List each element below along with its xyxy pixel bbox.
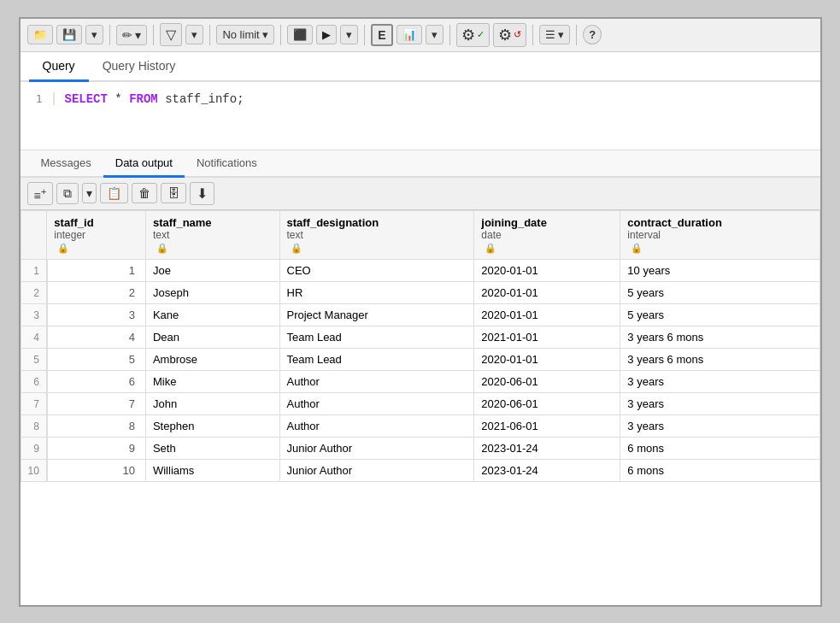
tab-messages[interactable]: Messages	[29, 150, 103, 178]
staff-name-cell: Williams	[145, 460, 279, 482]
separator-1	[109, 25, 110, 45]
joining-date-cell: 2020-01-01	[474, 304, 620, 326]
col-header-staff_name: staff_name text 🔒	[145, 211, 279, 260]
main-tabs-bar: Query Query History	[21, 52, 820, 82]
chart-dropdown-btn[interactable]: ▾	[426, 25, 443, 44]
table-body: 1 1 Joe CEO 2020-01-01 10 years 2 2 Jose…	[21, 260, 819, 482]
contract-duration-cell: 6 mons	[620, 438, 819, 460]
joining-date-cell: 2020-01-01	[474, 260, 620, 282]
separator-8	[576, 25, 577, 45]
folder-icon: 📁	[33, 28, 47, 41]
query-editor[interactable]: 1 SELECT * FROM staff_info;	[21, 82, 820, 150]
joining-date-cell: 2020-01-01	[474, 349, 620, 371]
separator-2	[153, 25, 154, 45]
lock-icon-1: 🔒	[57, 243, 69, 253]
joining-date-cell: 2020-06-01	[474, 393, 620, 415]
import-btn[interactable]: 🗄	[161, 183, 186, 203]
staff-name-cell: Joe	[145, 260, 279, 282]
save-btn[interactable]: 💾	[56, 25, 82, 44]
separator-3	[209, 25, 210, 45]
staff-designation-cell: Junior Author	[279, 438, 474, 460]
copy-dropdown-btn[interactable]: ▾	[82, 183, 97, 203]
delete-btn[interactable]: 🗑	[132, 183, 157, 203]
staff-name-cell: Dean	[145, 326, 279, 349]
table-row: 1 1 Joe CEO 2020-01-01 10 years	[21, 260, 819, 282]
joining-date-cell: 2020-01-01	[474, 282, 620, 304]
help-btn[interactable]: ?	[583, 25, 602, 44]
separator-4	[280, 25, 281, 45]
contract-duration-cell: 3 years	[620, 415, 819, 438]
paste-icon: 📋	[107, 186, 121, 200]
staff-id-cell: 5	[47, 349, 146, 371]
open-file-btn[interactable]: 📁	[27, 25, 53, 44]
download-icon: ⬇	[197, 185, 208, 202]
explain-btn[interactable]: E	[371, 24, 392, 46]
contract-duration-cell: 5 years	[620, 304, 819, 326]
save-dropdown-btn[interactable]: ▾	[85, 25, 103, 44]
col-header-staff_id: staff_id integer 🔒	[47, 211, 146, 260]
main-window: 📁 💾 ▾ ✏ ▾ ▽ ▾ No limit ▾ ⬛ ▶ ▾ E 📊 ▾ ⚙✓ …	[19, 17, 822, 607]
row-num-cell: 6	[21, 371, 47, 393]
download-btn[interactable]: ⬇	[190, 182, 214, 205]
line-number: 1	[21, 92, 55, 105]
staff-id-cell: 3	[47, 304, 146, 326]
tab-data-output[interactable]: Data output	[103, 150, 185, 178]
sql-table: staff_info;	[165, 92, 244, 106]
staff-designation-cell: Team Lead	[279, 349, 474, 371]
commit-icon: ⚙	[461, 26, 475, 44]
separator-7	[532, 25, 533, 45]
table-header-row: staff_id integer 🔒 staff_name text 🔒 sta…	[21, 211, 819, 260]
run-btn[interactable]: ▶	[316, 25, 337, 44]
staff-name-cell: Kane	[145, 304, 279, 326]
contract-duration-cell: 10 years	[620, 260, 819, 282]
joining-date-cell: 2023-01-24	[474, 438, 620, 460]
sql-from: FROM	[129, 92, 158, 106]
filter-btn[interactable]: ▽	[160, 23, 182, 46]
table-row: 3 3 Kane Project Manager 2020-01-01 5 ye…	[21, 304, 819, 326]
staff-designation-cell: Author	[279, 393, 474, 415]
staff-designation-cell: CEO	[279, 260, 474, 282]
tab-notifications[interactable]: Notifications	[185, 150, 269, 178]
tab-query[interactable]: Query	[29, 52, 89, 82]
col-header-staff_designation: staff_designation text 🔒	[279, 211, 474, 260]
staff-id-cell: 2	[47, 282, 146, 304]
add-row-btn[interactable]: ≡+	[27, 182, 54, 206]
limit-dropdown[interactable]: No limit ▾	[216, 25, 274, 44]
row-num-cell: 9	[21, 438, 47, 460]
table-row: 7 7 John Author 2020-06-01 3 years	[21, 393, 819, 415]
contract-duration-cell: 5 years	[620, 282, 819, 304]
staff-id-cell: 10	[47, 460, 146, 482]
run-dropdown-btn[interactable]: ▾	[340, 25, 358, 44]
tab-query-history[interactable]: Query History	[89, 52, 190, 82]
lock-icon-3: 🔒	[291, 243, 303, 253]
paste-btn[interactable]: 📋	[100, 183, 128, 203]
copy-btn[interactable]: ⧉	[56, 183, 79, 204]
chart-btn[interactable]: 📊	[397, 25, 422, 44]
staff-name-cell: Ambrose	[145, 349, 279, 371]
action-bar: ≡+ ⧉ ▾ 📋 🗑 🗄 ⬇	[21, 178, 820, 211]
row-num-cell: 7	[21, 393, 47, 415]
contract-duration-cell: 3 years 6 mons	[620, 349, 819, 371]
row-num-cell: 8	[21, 415, 47, 438]
contract-duration-cell: 3 years 6 mons	[620, 326, 819, 349]
save-icon: 💾	[62, 28, 76, 41]
joining-date-cell: 2023-01-24	[474, 460, 620, 482]
chart-icon: 📊	[402, 28, 416, 41]
commit-btn[interactable]: ⚙✓	[456, 23, 490, 47]
row-num-header	[21, 211, 47, 260]
format-btn[interactable]: ☰ ▾	[539, 25, 571, 44]
table-row: 6 6 Mike Author 2020-06-01 3 years	[21, 371, 819, 393]
edit-btn[interactable]: ✏ ▾	[116, 25, 148, 45]
staff-id-cell: 8	[47, 415, 146, 438]
row-num-cell: 10	[21, 460, 47, 482]
rollback-btn[interactable]: ⚙↺	[493, 23, 526, 47]
data-table-container: staff_id integer 🔒 staff_name text 🔒 sta…	[21, 210, 820, 482]
contract-duration-cell: 6 mons	[620, 460, 819, 482]
col-header-joining_date: joining_date date 🔒	[474, 211, 620, 260]
row-num-cell: 3	[21, 304, 47, 326]
row-num-cell: 4	[21, 326, 47, 349]
table-row: 5 5 Ambrose Team Lead 2020-01-01 3 years…	[21, 349, 819, 371]
contract-duration-cell: 3 years	[620, 371, 819, 393]
stop-btn[interactable]: ⬛	[287, 25, 313, 44]
filter-dropdown-btn[interactable]: ▾	[185, 25, 203, 44]
